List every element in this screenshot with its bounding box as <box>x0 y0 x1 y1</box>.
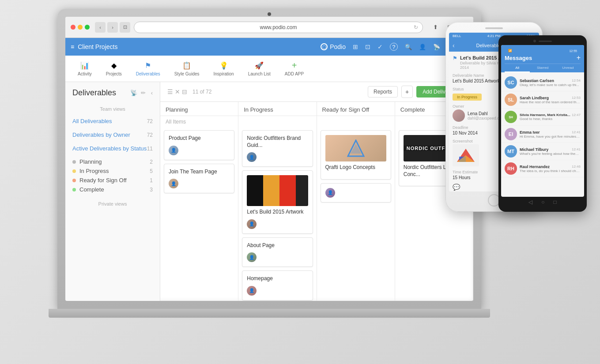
msg-content-raul: Raul Hernandez 12:46 The idea is, do you… <box>520 165 581 173</box>
all-deliverables-count: 72 <box>147 118 153 124</box>
msg-name-raul: Raul Hernandez <box>520 165 550 169</box>
tab-button[interactable]: ⊡ <box>120 22 130 33</box>
rss-icon[interactable]: 📡 <box>130 90 137 96</box>
complete-dot <box>72 188 76 191</box>
notifications-icon[interactable]: 📡 <box>433 44 440 50</box>
sidebar-item-all-deliverables[interactable]: All Deliverables 72 <box>65 114 160 128</box>
android-tab-all[interactable]: All <box>505 64 530 72</box>
card-homepage[interactable]: Homepage 👤 <box>242 270 313 300</box>
status-complete-row[interactable]: Complete 3 <box>65 185 160 194</box>
android-header-section: 📶 12:55 Messages + All Starred Unread <box>501 45 584 72</box>
msg-avatar-sarah: SL <box>505 94 517 106</box>
card-signoff-2[interactable]: 👤 <box>321 183 391 203</box>
toolbar-activity[interactable]: 📊 Activity <box>72 60 97 78</box>
address-bar[interactable]: www.podio.com ↻ <box>134 22 423 33</box>
by-status-link: Active Deliverables by Status <box>72 145 147 152</box>
toolbar-launch-list[interactable]: 🚀 Launch List <box>243 60 276 78</box>
forward-button[interactable]: › <box>107 22 118 33</box>
msg-name-sarah: Sarah Lindberg <box>520 96 549 100</box>
toolbar-inspiration[interactable]: 💡 Inspiration <box>208 60 239 78</box>
status-planning-left: Planning <box>72 158 102 165</box>
hamburger-menu[interactable]: ≡ Client Projects <box>71 43 117 50</box>
laptop-base <box>49 309 490 318</box>
search-icon[interactable]: 🔍 <box>405 44 412 50</box>
status-signoff-row[interactable]: Ready for Sign Off 1 <box>65 176 160 185</box>
grid-icon: ⊡ <box>365 43 370 50</box>
style-guides-icon: 📋 <box>182 61 191 70</box>
status-planning-row[interactable]: Planning 2 <box>65 157 160 166</box>
android-add-icon[interactable]: + <box>577 54 581 62</box>
android-back-icon[interactable]: ◁ <box>528 199 532 205</box>
reload-icon[interactable]: ↻ <box>414 24 418 30</box>
content-header: ☰ ✕ ⊟ 11 of 72 Reports + Add Deliverable <box>160 82 473 102</box>
card-join-team-avatar: 👤 <box>169 179 178 188</box>
reports-label: Reports <box>374 89 392 95</box>
card-qrafti-concepts[interactable]: Qrafti Logo Concepts <box>321 130 391 180</box>
android-msg-sebastian[interactable]: SC Sebastian Carlsen 12:54 Okay, let's m… <box>501 74 584 91</box>
card-build-artwork[interactable]: Let's Build 2015 Artwork 👤 <box>242 170 313 234</box>
deliverables-icon: ⚑ <box>143 61 152 70</box>
back-button[interactable]: ‹ <box>95 22 106 33</box>
signoff-cards: Qrafti Logo Concepts 👤 <box>317 128 395 301</box>
card-product-page[interactable]: Product Page 👤 <box>164 130 234 160</box>
android-msg-sarah[interactable]: SL Sarah Lindberg 12:53 Have the rest of… <box>501 91 584 109</box>
sidebar-item-by-owner[interactable]: Deliverables by Owner 72 <box>65 128 160 142</box>
filter-icon[interactable]: ⊟ <box>182 88 187 95</box>
sidebar-item-by-status[interactable]: Active Deliverables by Status 11 <box>65 142 160 155</box>
planning-dot <box>72 160 76 164</box>
android-msg-emma[interactable]: EI Emma Iver 12:41 Hi Emma, have you got… <box>501 126 584 143</box>
status-inprogress-left: In Progress <box>72 168 109 174</box>
android-msg-silvia[interactable]: SH Silvia Harmann, Mark Kristia... 12:47… <box>501 109 584 126</box>
card-qrafti-concepts-title: Qrafti Logo Concepts <box>325 164 386 171</box>
android-msg-michael[interactable]: MT Michael Tilbury 12:41 What's you're f… <box>501 143 584 160</box>
card-nordic-brand[interactable]: Nordic Outfitters Brand Guid... 👤 <box>242 130 313 167</box>
msg-text-sarah: Have the rest of the team ordered thei..… <box>520 100 581 104</box>
card-nordic-brand-title: Nordic Outfitters Brand Guid... <box>247 135 308 149</box>
planning-count: 2 <box>150 159 153 165</box>
browser-navigation: ‹ › ⊡ <box>95 22 130 33</box>
plus-button[interactable]: + <box>401 86 413 98</box>
share-icon[interactable]: ⬆ <box>430 22 441 33</box>
status-section: Planning 2 In Progress 5 <box>65 155 160 196</box>
card-join-team[interactable]: Join The Team Page 👤 <box>164 164 234 194</box>
card-artwork-avatar: 👤 <box>247 219 257 229</box>
kanban-container: Planning All Items Product Page 👤 <box>160 102 473 301</box>
by-owner-link: Deliverables by Owner <box>72 131 130 138</box>
android-tab-unread[interactable]: Unread <box>555 64 581 72</box>
android-shell: 📶 12:55 Messages + All Starred Unread SC <box>498 35 587 212</box>
card-about-page[interactable]: About Page 👤 <box>242 237 313 267</box>
toolbar-style-guides[interactable]: 📋 Style Guides <box>169 60 205 78</box>
reports-button[interactable]: Reports <box>368 86 398 98</box>
close-dot[interactable] <box>71 25 75 30</box>
android-msg-raul[interactable]: RH Raul Hernandez 12:46 The idea is, do … <box>501 160 584 177</box>
by-owner-count: 72 <box>147 132 153 138</box>
maximize-dot[interactable] <box>85 25 90 30</box>
all-items-label: All Items <box>160 116 238 128</box>
status-inprogress-row[interactable]: In Progress 5 <box>65 166 160 176</box>
edit-icon[interactable]: ✏ <box>141 90 146 96</box>
android-tab-starred[interactable]: Starred <box>530 64 555 72</box>
list-view-icon[interactable]: ☰ <box>167 88 173 95</box>
android-home-icon[interactable]: ○ <box>541 199 544 205</box>
toolbar-projects[interactable]: ◆ Projects <box>101 60 127 78</box>
status-complete-left: Complete <box>72 186 104 193</box>
browser-chrome: ‹ › ⊡ www.podio.com ↻ ⬆ ⊡ + <box>65 17 473 38</box>
sidebar-collapse-icon[interactable]: ‹ <box>151 90 153 96</box>
card-signoff-avatar: 👤 <box>325 188 335 198</box>
status-signoff-left: Ready for Sign Off <box>72 177 127 184</box>
toolbar-deliverables[interactable]: ⚑ Deliverables <box>131 60 166 78</box>
x-icon[interactable]: ✕ <box>175 88 180 95</box>
card-about-page-title: About Page <box>247 242 308 249</box>
msg-time-emma: 12:41 <box>572 130 581 135</box>
msg-header-sebastian: Sebastian Carlsen 12:54 <box>520 79 581 83</box>
add-app-button[interactable]: + ADD APP <box>279 60 309 78</box>
android-recent-icon[interactable]: □ <box>554 199 557 205</box>
all-deliverables-link: All Deliverables <box>72 118 112 124</box>
phone-carrier: BELL <box>453 34 461 38</box>
minimize-dot[interactable] <box>78 25 83 30</box>
user-icon[interactable]: 👤 <box>419 44 426 50</box>
phone-back-button[interactable]: ‹ <box>453 42 455 49</box>
card-about-page-avatar: 👤 <box>247 252 257 262</box>
help-icon[interactable]: ? <box>390 43 398 51</box>
column-in-progress: In Progress Nordic Outfitters Brand Guid… <box>238 102 317 301</box>
